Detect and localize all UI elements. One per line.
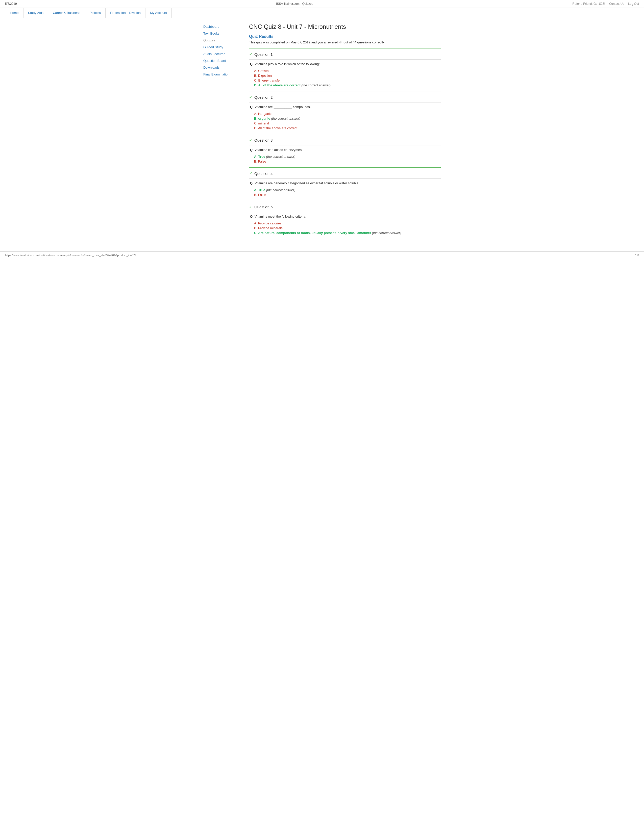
question-block-3: ✓Question 3Q: Vitamins can act as co-enz… [249, 134, 441, 166]
page-date: 5/7/2019 [5, 2, 17, 6]
answer-item: B. Provide minerals [254, 226, 441, 230]
quiz-results-text: This quiz was completed on May 07, 2019 … [249, 40, 441, 44]
answer-wrong-text: A. inorganic [254, 112, 272, 116]
question-number: Question 3 [254, 138, 273, 142]
answer-list-3: A. True (the correct answer)B. False [249, 154, 441, 164]
sidebar-item-final-examination[interactable]: Final Examination [203, 71, 239, 78]
question-header-1: ✓Question 1 [249, 52, 441, 57]
question-text-1: Q: Vitamins play a role in which of the … [249, 62, 441, 66]
contact-link[interactable]: Contact Us [609, 2, 624, 6]
question-number: Question 2 [254, 95, 273, 100]
nav-item-home[interactable]: Home [5, 8, 24, 18]
refer-link[interactable]: Refer a Friend, Get $25! [573, 2, 605, 6]
correct-label: (the correct answer) [372, 231, 401, 235]
answer-list-4: A. True (the correct answer)B. False [249, 188, 441, 197]
answer-item: D. All of the above are correct (the cor… [254, 83, 441, 88]
answer-item: C. Are natural components of foods, usua… [254, 230, 441, 235]
question-header-3: ✓Question 3 [249, 138, 441, 143]
question-number: Question 5 [254, 205, 273, 209]
answer-list-5: A. Provide caloriesB. Provide mineralsC.… [249, 221, 441, 235]
footer-url: https://www.issatrainer.com/certificatio… [5, 254, 136, 257]
question-block-1: ✓Question 1Q: Vitamins play a role in wh… [249, 48, 441, 90]
question-number: Question 1 [254, 52, 273, 56]
correct-label: (the correct answer) [266, 155, 295, 159]
answer-item: B. organic (the correct answer) [254, 116, 441, 121]
answer-correct-text: B. organic [254, 117, 270, 121]
answer-wrong-text: A. Growth [254, 69, 269, 73]
nav-item-policies[interactable]: Policies [85, 8, 106, 18]
question-number: Question 4 [254, 171, 273, 176]
main-nav: Home Study Aids Career & Business Polici… [0, 8, 644, 18]
answer-item: B. False [254, 159, 441, 164]
sidebar-item-downloads[interactable]: Downloads [203, 64, 239, 71]
sidebar-item-text-books[interactable]: Text Books [203, 30, 239, 37]
question-block-4: ✓Question 4Q: Vitamins are generally cat… [249, 167, 441, 199]
logout-link[interactable]: Log Out [628, 2, 639, 6]
quiz-results-section: Quiz Results This quiz was completed on … [249, 34, 441, 44]
question-header-4: ✓Question 4 [249, 171, 441, 176]
question-header-2: ✓Question 2 [249, 95, 441, 100]
answer-wrong-text: B. Provide minerals [254, 226, 283, 230]
question-header-5: ✓Question 5 [249, 204, 441, 209]
sidebar-item-quizzes: Quizzes [203, 37, 239, 43]
nav-item-my-account[interactable]: My Account [145, 8, 172, 18]
question-block-2: ✓Question 2Q: Vitamins are __________ co… [249, 91, 441, 133]
answer-correct-text: A. True [254, 155, 265, 159]
quiz-results-heading: Quiz Results [249, 34, 441, 39]
sidebar-item-question-board[interactable]: Question Board [203, 57, 239, 64]
answer-item: D. All of the above are correct [254, 126, 441, 130]
answer-correct-text: A. True [254, 188, 265, 192]
check-icon: ✓ [249, 52, 252, 57]
answer-item: A. True (the correct answer) [254, 154, 441, 159]
answer-item: A. inorganic [254, 111, 441, 116]
sidebar-item-audio-lectures[interactable]: Audio Lectures [203, 50, 239, 57]
answer-list-2: A. inorganicB. organic (the correct answ… [249, 111, 441, 130]
answer-item: A. True (the correct answer) [254, 188, 441, 192]
main-content: CNC Quiz 8 - Unit 7 - Micronutrients Qui… [244, 23, 441, 239]
answer-wrong-text: C. mineral [254, 121, 269, 125]
answer-item: B. False [254, 192, 441, 197]
answer-item: B. Digestion [254, 73, 441, 78]
check-icon: ✓ [249, 171, 252, 176]
answer-wrong-text: B. False [254, 193, 266, 197]
question-block-5: ✓Question 5Q: Vitamins meet the followin… [249, 201, 441, 238]
page-footer: https://www.issatrainer.com/certificatio… [0, 251, 644, 259]
question-text-5: Q: Vitamins meet the following criteria: [249, 215, 441, 218]
sidebar-item-dashboard[interactable]: Dashboard [203, 23, 239, 30]
footer-page-num: 1/8 [635, 254, 639, 257]
answer-wrong-text: A. Provide calories [254, 221, 281, 225]
correct-label: (the correct answer) [271, 117, 300, 121]
correct-label: (the correct answer) [301, 83, 331, 87]
answer-correct-text: C. Are natural components of foods, usua… [254, 231, 371, 235]
sidebar-item-guided-study[interactable]: Guided Study [203, 43, 239, 50]
sidebar: Dashboard Text Books Quizzes Guided Stud… [203, 23, 244, 239]
nav-item-career-business[interactable]: Career & Business [48, 8, 85, 18]
answer-list-1: A. GrowthB. DigestionC. Energy transferD… [249, 68, 441, 88]
check-icon: ✓ [249, 95, 252, 100]
correct-label: (the correct answer) [266, 188, 295, 192]
nav-item-professional-division[interactable]: Professional Division [106, 8, 145, 18]
answer-item: A. Provide calories [254, 221, 441, 226]
answer-wrong-text: B. False [254, 159, 266, 163]
answer-item: C. mineral [254, 121, 441, 126]
answer-correct-text: D. All of the above are correct [254, 83, 301, 87]
answer-item: A. Growth [254, 68, 441, 73]
question-text-4: Q: Vitamins are generally categorized as… [249, 181, 441, 185]
nav-item-study-aids[interactable]: Study Aids [24, 8, 48, 18]
answer-item: C. Energy transfer [254, 78, 441, 83]
question-text-3: Q: Vitamins can act as co-enzymes. [249, 148, 441, 152]
question-text-2: Q: Vitamins are __________ compounds. [249, 105, 441, 109]
check-icon: ✓ [249, 138, 252, 143]
answer-wrong-text: B. Digestion [254, 74, 272, 77]
answer-wrong-text: C. Energy transfer [254, 79, 281, 82]
questions-container: ✓Question 1Q: Vitamins play a role in wh… [249, 48, 441, 238]
answer-wrong-text: D. All of the above are correct [254, 126, 297, 130]
check-icon: ✓ [249, 204, 252, 209]
page-title: CNC Quiz 8 - Unit 7 - Micronutrients [249, 23, 441, 30]
site-title: ISSA Trainer.com - Quizzes [276, 2, 313, 6]
